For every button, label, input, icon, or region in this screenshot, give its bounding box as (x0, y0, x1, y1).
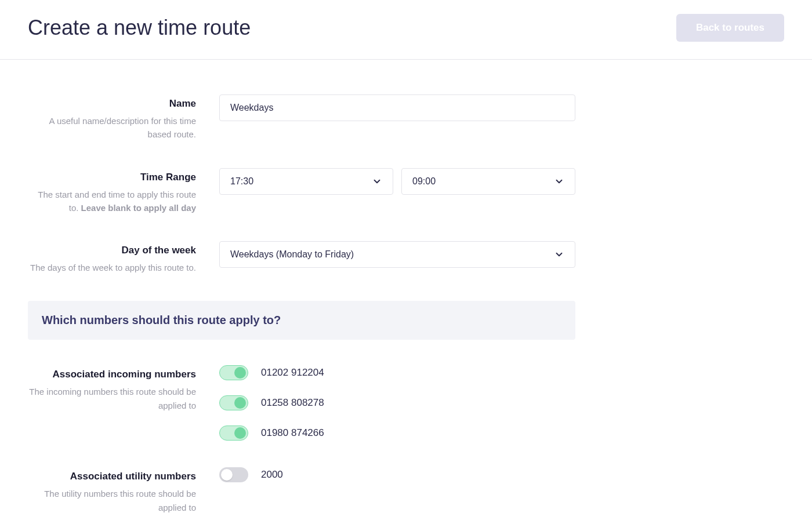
toggle-knob (221, 469, 233, 481)
chevron-down-icon (554, 249, 564, 260)
back-to-routes-button[interactable]: Back to routes (676, 14, 784, 42)
day-of-week-value: Weekdays (Monday to Friday) (230, 249, 354, 260)
incoming-numbers-description: The incoming numbers this route should b… (28, 385, 196, 412)
section-title: Which numbers should this route apply to… (42, 314, 561, 327)
time-end-select[interactable]: 09:00 (401, 168, 575, 195)
incoming-numbers-label: Associated incoming numbers (28, 369, 196, 380)
incoming-number-number: 01980 874266 (261, 427, 324, 439)
toggle-knob (234, 397, 246, 409)
utility-number-toggle[interactable] (219, 467, 248, 482)
incoming-number-number: 01258 808278 (261, 397, 324, 409)
toggle-knob (234, 427, 246, 439)
chevron-down-icon (372, 176, 382, 187)
name-input[interactable] (219, 94, 575, 121)
incoming-number-toggle[interactable] (219, 395, 248, 410)
page-title: Create a new time route (28, 16, 251, 40)
utility-numbers-description: The utility numbers this route should be… (28, 487, 196, 514)
toggle-knob (234, 367, 246, 379)
time-range-label: Time Range (28, 172, 196, 183)
incoming-number-number: 01202 912204 (261, 367, 324, 379)
day-of-week-label: Day of the week (28, 245, 196, 256)
time-range-desc-strong: Leave blank to apply all day (81, 203, 196, 213)
utility-numbers-label: Associated utility numbers (28, 471, 196, 482)
name-description: A useful name/description for this time … (28, 114, 196, 141)
chevron-down-icon (554, 176, 564, 187)
time-start-value: 17:30 (230, 176, 253, 187)
time-range-description: The start and end time to apply this rou… (28, 188, 196, 215)
name-label: Name (28, 98, 196, 110)
time-start-select[interactable]: 17:30 (219, 168, 393, 195)
day-of-week-select[interactable]: Weekdays (Monday to Friday) (219, 241, 575, 268)
incoming-number-toggle[interactable] (219, 365, 248, 380)
day-of-week-description: The days of the week to apply this route… (28, 261, 196, 274)
utility-number-number: 2000 (261, 469, 283, 481)
time-end-value: 09:00 (412, 176, 436, 187)
incoming-number-toggle[interactable] (219, 425, 248, 441)
